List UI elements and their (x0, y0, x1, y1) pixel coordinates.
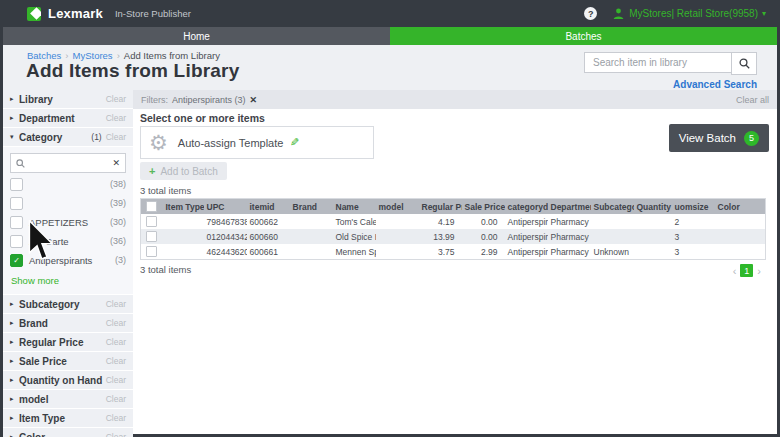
cell-categoryd: Antiperspir... (505, 229, 548, 244)
category-option-antiperspirants[interactable]: ✓Antiperspirants(3) (10, 252, 126, 268)
help-icon[interactable]: ? (584, 7, 597, 20)
items-table: Item TypeUPCitemidBrandNamemodelRegular … (140, 198, 766, 260)
cell-name: Old Spice H... (333, 229, 376, 244)
category-option-blank[interactable]: (38) (10, 176, 126, 192)
checkbox[interactable]: ✓ (10, 254, 23, 267)
facet-subcategory[interactable]: ▸SubcategoryClear (3, 295, 133, 313)
search-icon (16, 159, 25, 168)
cell-categoryd: Antiperspir... (505, 214, 548, 229)
column-regular-pr: Regular Pr... (419, 199, 462, 215)
option-label: Ala Carte (29, 236, 69, 247)
facet-clear-link[interactable]: Clear (106, 113, 126, 123)
facet-item-type[interactable]: ▸Item TypeClear (3, 409, 133, 427)
cell-uomsize: 3 (672, 244, 715, 260)
facet-quantity-on-hand[interactable]: ▸Quantity on HandClear (3, 371, 133, 389)
facet-color[interactable]: ▸ColorClear (3, 428, 133, 437)
column-itemid: itemid (247, 199, 290, 215)
view-batch-button[interactable]: View Batch 5 (669, 124, 769, 152)
category-search-input[interactable] (29, 157, 112, 169)
prev-page-icon[interactable]: ‹ (729, 265, 741, 277)
search-button[interactable] (731, 52, 757, 75)
filter-chip-close-icon[interactable]: ✕ (250, 95, 258, 105)
facet-clear-link[interactable]: Clear (106, 299, 126, 309)
row-checkbox-cell (141, 214, 163, 229)
facet-clear-link[interactable]: Clear (106, 337, 126, 347)
facet-label: Library (19, 94, 53, 105)
cell-quantity-o (634, 229, 672, 244)
cell-department: Pharmacy (548, 229, 591, 244)
facet-clear-link[interactable]: Clear (106, 375, 126, 385)
checkbox[interactable] (10, 216, 23, 229)
cell-quantity-o (634, 214, 672, 229)
facet-library[interactable]: ▸LibraryClear (3, 90, 133, 108)
cell-sale-price: 0.00 (462, 214, 505, 229)
facet-category[interactable]: ▾Category(1)Clear (3, 128, 133, 146)
checkbox[interactable] (10, 235, 23, 248)
cell-name: Mennen Sp... (333, 244, 376, 260)
facet-clear-link[interactable]: Clear (106, 432, 126, 437)
clear-search-icon[interactable]: ✕ (112, 158, 120, 168)
facet-sale-price[interactable]: ▸Sale PriceClear (3, 352, 133, 370)
cell-item-type (163, 214, 204, 229)
facet-model[interactable]: ▸modelClear (3, 390, 133, 408)
facet-regular-price[interactable]: ▸Regular PriceClear (3, 333, 133, 351)
user-menu[interactable]: MyStores| Retail Store(9958) (629, 8, 758, 19)
column-uomsize: uomsize (672, 199, 715, 215)
table-row: 462443620...600661Mennen Sp...3.752.99An… (141, 244, 766, 260)
top-bar: Lexmark In-Store Publisher ? MyStores| R… (0, 0, 780, 27)
chevron-collapsed-icon: ▸ (10, 414, 19, 422)
facet-clear-link[interactable]: Clear (106, 394, 126, 404)
advanced-search-link[interactable]: Advanced Search (673, 79, 757, 90)
view-batch-label: View Batch (679, 132, 736, 144)
column-brand: Brand (290, 199, 333, 215)
option-count: (38) (110, 179, 126, 189)
checkbox[interactable] (10, 178, 23, 191)
category-option-blank[interactable]: (39) (10, 195, 126, 211)
row-checkbox[interactable] (146, 231, 157, 242)
category-option-appetizers[interactable]: APPETIZERS(30) (10, 214, 126, 230)
row-checkbox[interactable] (146, 216, 157, 227)
row-checkbox[interactable] (146, 246, 157, 257)
chevron-expanded-icon: ▾ (10, 133, 19, 141)
page-1-button[interactable]: 1 (740, 264, 753, 277)
column-department: Department (548, 199, 591, 215)
column-categoryd: categoryd... (505, 199, 548, 215)
facet-clear-link[interactable]: Clear (106, 94, 126, 104)
cell-itemid: 600662 (247, 214, 290, 229)
select-items-hint: Select one or more items (140, 112, 265, 124)
cell-subcatego: Unknown (591, 244, 634, 260)
chevron-down-icon[interactable]: ▾ (762, 9, 766, 18)
cell-color (715, 229, 766, 244)
chevron-collapsed-icon: ▸ (10, 376, 19, 384)
chevron-collapsed-icon: ▸ (10, 433, 19, 437)
facet-brand[interactable]: ▸BrandClear (3, 314, 133, 332)
column-name: Name (333, 199, 376, 215)
show-more-link[interactable]: Show more (11, 275, 126, 286)
tab-home[interactable]: Home (3, 27, 390, 45)
facet-clear-link[interactable]: Clear (106, 413, 126, 423)
tab-batches[interactable]: Batches (390, 27, 777, 45)
select-all-checkbox[interactable] (146, 201, 157, 212)
chevron-collapsed-icon: ▸ (10, 395, 19, 403)
filters-label: Filters: (141, 95, 168, 105)
edit-pencil-icon[interactable]: ✎ (290, 136, 299, 149)
column-sale-price: Sale Price (462, 199, 505, 215)
lexmark-logo-icon (27, 7, 41, 21)
batch-count-badge: 5 (744, 131, 759, 146)
facet-department[interactable]: ▸DepartmentClear (3, 109, 133, 127)
auto-assign-template-button[interactable]: ⚙ Auto-assign Template ✎ (140, 126, 374, 159)
search-input[interactable] (584, 52, 731, 73)
add-to-batch-label: Add to Batch (160, 166, 217, 177)
facet-clear-link[interactable]: Clear (106, 318, 126, 328)
option-count: (39) (110, 198, 126, 208)
chevron-collapsed-icon: ▸ (10, 95, 19, 103)
row-checkbox-cell (141, 244, 163, 260)
facet-clear-link[interactable]: Clear (106, 132, 126, 142)
add-to-batch-button[interactable]: + Add to Batch (140, 162, 227, 180)
facet-clear-link[interactable]: Clear (106, 356, 126, 366)
checkbox[interactable] (10, 197, 23, 210)
next-page-icon[interactable]: › (753, 265, 765, 277)
clear-all-link[interactable]: Clear all (736, 95, 769, 105)
category-option-ala-carte[interactable]: Ala Carte(36) (10, 233, 126, 249)
brand-name: Lexmark (48, 6, 103, 21)
